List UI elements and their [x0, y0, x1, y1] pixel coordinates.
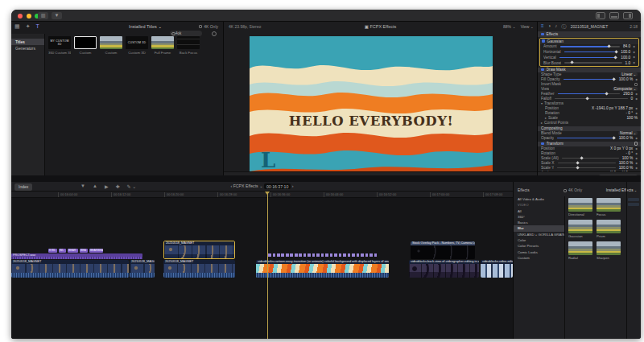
parameter-value[interactable]: 100.0 %: [619, 136, 634, 140]
enable-checkbox[interactable]: [541, 142, 544, 146]
keyframe-icon[interactable]: ◆: [635, 137, 638, 140]
connected-clip[interactable]: Stock Overlay Pack - Numbers, TV, Camera…: [411, 241, 475, 259]
effects-4k-only-checkbox[interactable]: 4K Only: [564, 188, 582, 192]
parameter-value[interactable]: 100.0: [621, 56, 630, 60]
parameter-value[interactable]: Composite: [613, 87, 638, 91]
parameter-value[interactable]: 100 %: [626, 116, 638, 120]
effects-category-item[interactable]: All Video & Audio: [514, 196, 564, 202]
parameter-slider[interactable]: [564, 62, 621, 64]
inspector-content[interactable]: Effects Gaussian Amount 84.0 ◆: [538, 31, 641, 171]
parameter-value[interactable]: [634, 83, 638, 86]
inspector-row[interactable]: Vertical 100.0 ◆: [540, 55, 638, 60]
keyframe-icon[interactable]: ◆: [633, 61, 635, 64]
keyframe-icon[interactable]: ◆: [633, 51, 635, 54]
keyframe-icon[interactable]: ◆: [635, 157, 638, 160]
playhead[interactable]: [267, 192, 268, 339]
effects-category-item[interactable]: Custom: [514, 255, 564, 261]
effects-scroll-column[interactable]: [628, 198, 639, 208]
inspector-row[interactable]: Amount 84.0 ◆: [540, 44, 638, 50]
title-clip[interactable]: BEA: [80, 249, 88, 253]
parameter-value[interactable]: 0: [631, 97, 634, 101]
effect-thumbnail[interactable]: Directional: [568, 198, 592, 216]
effects-category-item[interactable]: 360°: [514, 214, 564, 220]
parameter-value[interactable]: 293.0: [623, 92, 633, 96]
parameter-value[interactable]: 100.0: [621, 50, 630, 54]
effects-category-item[interactable]: Blur: [514, 225, 564, 231]
storyline-clip[interactable]: 20210518_MAGNET: [11, 260, 129, 278]
keyframe-icon[interactable]: ◆: [635, 78, 638, 81]
parameter-value[interactable]: X -1941.0 px Y 188.7 px: [592, 106, 633, 110]
keyframe-icon[interactable]: ◆: [633, 56, 635, 59]
photos-audio-icon[interactable]: ✦: [26, 23, 31, 30]
storyline-clip[interactable]: videoblocks-cartoon-wavy-transition (or …: [256, 260, 389, 278]
inspector-row[interactable]: Opacity 100.0 % ◆: [538, 136, 641, 141]
keyframe-icon[interactable]: ◆: [635, 107, 638, 110]
libraries-icon[interactable]: ▦: [14, 23, 20, 30]
title-thumbnail[interactable]: Full Frame: [151, 36, 174, 55]
browser-search-input[interactable]: 4ok: [170, 31, 202, 36]
audio-clip[interactable]: PROSPECT.wav: [11, 253, 142, 259]
title-thumbnail[interactable]: Custom: [74, 36, 97, 55]
keyframe-icon[interactable]: ◆: [635, 147, 638, 150]
parameter-value[interactable]: 1.0: [625, 61, 631, 65]
keyframe-icon[interactable]: ◆: [635, 97, 638, 101]
timeline-forward-icon[interactable]: ›: [292, 183, 294, 188]
effect-thumbnail[interactable]: Focus: [597, 198, 621, 216]
browser-pane-toggle-icon[interactable]: [596, 12, 605, 19]
parameter-value[interactable]: 0 °: [625, 111, 633, 115]
gaussian-effect-group[interactable]: Gaussian Amount 84.0 ◆ Horizontal: [539, 38, 639, 67]
parameter-slider[interactable]: [559, 57, 617, 59]
timeline-tracks[interactable]: 8 WLWLBEARBEABEARBEAT PROSPECT.wav 20210…: [11, 198, 513, 339]
browser-4k-only-checkbox[interactable]: 4K Only: [199, 24, 218, 29]
effects-section-header[interactable]: Effects: [538, 31, 641, 37]
parameter-value[interactable]: 100.0 %: [619, 77, 634, 81]
effects-category-item[interactable]: Color: [514, 237, 564, 243]
parameter-slider[interactable]: [564, 52, 618, 53]
installed-effects-popup[interactable]: Installed Effects: [606, 188, 637, 192]
effect-thumbnail[interactable]: Prism: [597, 220, 621, 238]
parameter-slider[interactable]: [560, 46, 620, 47]
keyframe-icon[interactable]: ◆: [633, 45, 635, 48]
parameter-value[interactable]: 100 %: [622, 156, 634, 160]
storyline-clip[interactable]: videoblocks-video-editing-timeline-edit: [481, 260, 513, 278]
title-clip[interactable]: 8 WL: [48, 249, 57, 253]
inspector-row[interactable]: Control Points ◆: [538, 121, 641, 126]
gaussian-enable-checkbox[interactable]: [542, 39, 545, 43]
minimize-window-button[interactable]: [27, 14, 31, 19]
titles-generators-icon[interactable]: T: [36, 23, 39, 30]
parameter-value[interactable]: Normal: [618, 131, 638, 135]
parameter-slider[interactable]: [555, 98, 628, 100]
title-clip[interactable]: BEAR: [68, 249, 78, 253]
parameter-value[interactable]: 0 °: [625, 151, 633, 155]
inspector-pane-toggle-icon[interactable]: [623, 12, 633, 19]
crop-icon[interactable]: [634, 142, 638, 146]
parameter-slider[interactable]: [558, 93, 621, 95]
parameter-slider[interactable]: [564, 79, 616, 80]
storyline-clip[interactable]: videoblocks-back-view-of-videographer-ed…: [409, 260, 479, 278]
effects-enable-checkbox[interactable]: [541, 33, 544, 36]
keyframe-icon[interactable]: ◆: [635, 112, 638, 115]
parameter-value[interactable]: Linear: [620, 72, 638, 76]
parameter-value[interactable]: 84.0: [623, 44, 630, 48]
effect-thumbnail[interactable]: Sharpen: [597, 241, 621, 260]
sidebar-item[interactable]: Titles: [11, 39, 44, 45]
parameter-slider[interactable]: [558, 163, 616, 164]
keyframe-icon[interactable]: ◆: [635, 162, 638, 165]
browser-popup-installed-titles[interactable]: Installed Titles ⌄: [129, 24, 162, 29]
title-thumbnail[interactable]: MY CUSTOM 3D 360 Custom 3D: [48, 36, 71, 55]
close-window-button[interactable]: [18, 14, 23, 19]
timeline-ruler[interactable]: 00:16:04:0000:16:12:0000:16:20:0000:16:2…: [11, 192, 513, 198]
parameter-value[interactable]: 100.0 %: [619, 161, 634, 165]
title-thumbnail[interactable]: Back Focus: [177, 36, 200, 55]
viewer-zoom-menu[interactable]: 88% ⌄: [503, 24, 516, 29]
parameter-slider[interactable]: [557, 167, 615, 169]
effects-category-item[interactable]: UNKLAND + GORILLA GRAIN: [514, 232, 564, 237]
effect-thumbnail[interactable]: Gaussian: [568, 220, 592, 238]
viewer-canvas[interactable]: HELLO EVERYBODY! L: [250, 36, 493, 175]
storyline-clip[interactable]: 20210518_MAGNET: [130, 260, 155, 278]
effects-category-item[interactable]: Comic Looks: [514, 249, 564, 255]
title-clip[interactable]: BEARBEAT: [89, 249, 103, 253]
timeline-pane-toggle-icon[interactable]: [609, 12, 619, 19]
keyframe-icon[interactable]: ◆: [635, 152, 638, 155]
effects-category-item[interactable]: All: [514, 208, 564, 214]
